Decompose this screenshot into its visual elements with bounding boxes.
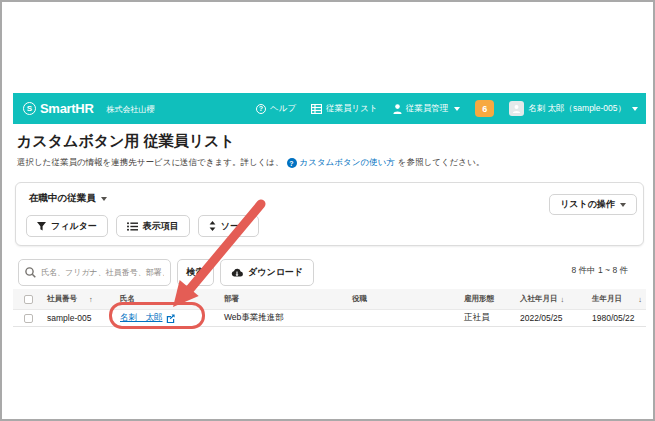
row-select-cell bbox=[13, 314, 43, 323]
column-header-dept[interactable]: 部署 bbox=[220, 294, 348, 304]
cloud-download-icon bbox=[231, 268, 243, 277]
sort-updown-icon bbox=[209, 221, 216, 231]
search-button-label: 検索 bbox=[187, 266, 205, 279]
employee-name-text: 名刺 太郎 bbox=[120, 312, 163, 324]
cell-hire-date: 2022/05/25 bbox=[516, 313, 588, 323]
search-icon bbox=[25, 267, 36, 278]
sort-desc-icon[interactable]: ↓ bbox=[638, 295, 642, 304]
column-header-birth-date[interactable]: 生年月日 ↓ bbox=[588, 294, 646, 304]
row-checkbox[interactable] bbox=[24, 314, 33, 323]
smarthr-logo-icon: S bbox=[23, 102, 36, 115]
employee-name-link[interactable]: 名刺 太郎 bbox=[120, 312, 175, 324]
display-columns-button[interactable]: 表示項目 bbox=[116, 215, 190, 237]
column-label: 氏名 bbox=[120, 294, 135, 304]
app-header: S SmartHR 株式会社山櫻 ? ヘルプ 従業員リスト bbox=[13, 93, 646, 124]
download-button[interactable]: ダウンロード bbox=[220, 259, 314, 286]
employee-list-label: 従業員リスト bbox=[326, 103, 378, 115]
column-label: 入社年月日 bbox=[520, 294, 558, 304]
avatar bbox=[509, 101, 524, 116]
app-header-nav: ? ヘルプ 従業員リスト 従業員管理 6 bbox=[256, 93, 638, 124]
cell-name: 名刺 太郎 bbox=[116, 312, 220, 324]
column-header-emp-no[interactable]: 社員番号 ↑ bbox=[43, 294, 116, 304]
employee-manage-label: 従業員管理 bbox=[406, 103, 449, 115]
cell-dept: Web事業推進部 bbox=[220, 312, 348, 324]
column-header-employment-type[interactable]: 雇用形態 bbox=[460, 294, 516, 304]
column-header-hire-date[interactable]: 入社年月日 ↓ bbox=[516, 294, 588, 304]
person-icon bbox=[393, 104, 402, 114]
list-icon bbox=[127, 222, 138, 231]
column-label: 社員番号 bbox=[47, 294, 77, 304]
custom-button-help-link[interactable]: カスタムボタンの使い方 bbox=[300, 157, 395, 169]
notification-badge[interactable]: 6 bbox=[475, 100, 494, 117]
download-button-label: ダウンロード bbox=[248, 266, 303, 279]
sort-asc-icon[interactable]: ↑ bbox=[89, 295, 93, 304]
chevron-down-icon bbox=[101, 197, 107, 201]
sort-button[interactable]: ソート bbox=[198, 215, 259, 237]
filter-button-label: フィルター bbox=[51, 220, 97, 233]
sort-button-label: ソート bbox=[221, 220, 248, 233]
description-text-after: を参照してください。 bbox=[398, 157, 484, 169]
user-menu[interactable]: 名刺 太郎（sample-005） bbox=[509, 101, 638, 116]
table-header-row: 社員番号 ↑ 氏名 部署 役職 雇用形態 入社年月日 ↓ 生年月日 ↓ bbox=[13, 289, 646, 310]
column-label: 雇用形態 bbox=[464, 294, 494, 304]
toolbar-buttons: フィルター 表示項目 ソート bbox=[26, 215, 259, 237]
funnel-icon bbox=[37, 222, 46, 231]
external-link-icon bbox=[166, 314, 175, 323]
toolbar-card: 在職中の従業員 フィルター 表示項目 bbox=[15, 182, 644, 246]
help-icon: ? bbox=[256, 104, 266, 114]
page-description: 選択した従業員の情報を連携先サービスに送信できます。詳しくは、 ? カスタムボタ… bbox=[17, 157, 484, 169]
help-label: ヘルプ bbox=[270, 103, 296, 115]
display-columns-button-label: 表示項目 bbox=[143, 220, 179, 233]
select-all-cell bbox=[13, 295, 43, 304]
search-field-wrap bbox=[18, 259, 171, 286]
search-input[interactable] bbox=[18, 259, 171, 286]
list-actions-button-label: リストの操作 bbox=[560, 198, 615, 211]
screenshot-frame: S SmartHR 株式会社山櫻 ? ヘルプ 従業員リスト bbox=[0, 0, 655, 421]
status-filter-dropdown[interactable]: 在職中の従業員 bbox=[29, 192, 107, 205]
company-name: 株式会社山櫻 bbox=[107, 104, 155, 115]
user-name: 名刺 太郎（sample-005） bbox=[528, 103, 626, 115]
table-row: sample-005 名刺 太郎 Web事業推進部 正社員 2022/05/25… bbox=[13, 310, 646, 327]
column-header-role[interactable]: 役職 bbox=[348, 294, 460, 304]
sort-desc-icon[interactable]: ↓ bbox=[561, 295, 565, 304]
cell-emp-no: sample-005 bbox=[43, 313, 116, 323]
select-all-checkbox[interactable] bbox=[24, 295, 33, 304]
employee-manage-nav-item[interactable]: 従業員管理 bbox=[393, 103, 461, 115]
avatar-person-icon bbox=[512, 104, 521, 113]
filter-button[interactable]: フィルター bbox=[26, 215, 108, 237]
column-label: 部署 bbox=[224, 294, 239, 304]
column-label: 役職 bbox=[352, 294, 367, 304]
search-button[interactable]: 検索 bbox=[177, 259, 214, 286]
chevron-down-icon bbox=[632, 107, 638, 111]
result-count: 8 件中 1 ~ 8 件 bbox=[572, 265, 628, 277]
list-actions-button[interactable]: リストの操作 bbox=[549, 194, 637, 215]
column-header-name[interactable]: 氏名 bbox=[116, 294, 220, 304]
smarthr-logo-text[interactable]: SmartHR bbox=[40, 101, 94, 116]
help-question-icon: ? bbox=[287, 158, 297, 168]
employee-table: 社員番号 ↑ 氏名 部署 役職 雇用形態 入社年月日 ↓ 生年月日 ↓ bbox=[13, 289, 646, 327]
chevron-down-icon bbox=[454, 107, 460, 111]
employee-list-nav-item[interactable]: 従業員リスト bbox=[311, 103, 378, 115]
help-nav-item[interactable]: ? ヘルプ bbox=[256, 103, 296, 115]
page-title: カスタムボタン用 従業員リスト bbox=[17, 132, 235, 151]
cell-birth-date: 1980/05/22 bbox=[588, 313, 646, 323]
column-label: 生年月日 bbox=[592, 294, 622, 304]
description-text-before: 選択した従業員の情報を連携先サービスに送信できます。詳しくは、 bbox=[17, 157, 284, 169]
status-filter-label: 在職中の従業員 bbox=[29, 192, 96, 205]
chevron-down-icon bbox=[620, 203, 626, 207]
grid-icon bbox=[311, 104, 322, 114]
cell-employment-type: 正社員 bbox=[460, 312, 516, 324]
